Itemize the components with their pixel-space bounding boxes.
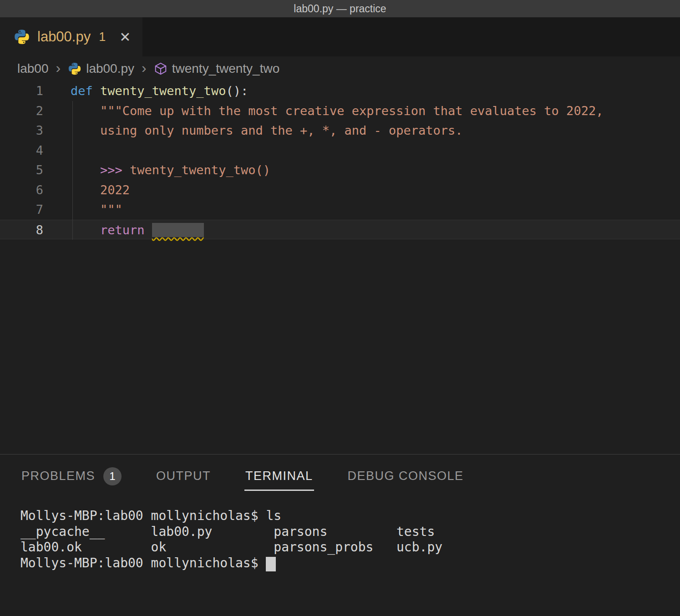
breadcrumb-label: twenty_twenty_two: [172, 61, 280, 76]
code-text: return: [43, 220, 204, 239]
symbol-cube-icon: [154, 62, 167, 76]
line-number: 6: [0, 180, 43, 200]
terminal-line: Mollys-MBP:lab00 mollynicholas$ ls: [20, 508, 680, 524]
code-text: [43, 141, 71, 161]
tab-problems-label: PROBLEMS: [21, 469, 95, 483]
tab-debug-console-label: DEBUG CONSOLE: [348, 469, 464, 483]
tab-problems[interactable]: PROBLEMS 1: [20, 456, 122, 493]
problems-count-badge: 1: [103, 467, 122, 485]
code-line[interactable]: 2 """Come up with the most creative expr…: [0, 101, 680, 121]
code-text: 2022: [43, 180, 130, 200]
line-number: 8: [0, 220, 43, 239]
python-icon: [14, 29, 30, 45]
chevron-right-icon: ›: [55, 61, 62, 75]
code-text: using only numbers and the +, *, and - o…: [43, 121, 463, 141]
close-icon[interactable]: ✕: [119, 29, 131, 45]
tab-terminal-label: TERMINAL: [245, 469, 313, 483]
tab-terminal[interactable]: TERMINAL: [244, 458, 314, 491]
code-line[interactable]: 1def twenty_twenty_two():: [0, 81, 680, 101]
line-number: 7: [0, 200, 43, 220]
line-number: 3: [0, 121, 43, 141]
tab-output[interactable]: OUTPUT: [155, 458, 212, 491]
bottom-panel: PROBLEMS 1 OUTPUT TERMINAL DEBUG CONSOLE…: [0, 454, 680, 616]
editor[interactable]: 1def twenty_twenty_two():2 """Come up wi…: [0, 81, 680, 454]
tab-strip: lab00.py 1 ✕: [0, 17, 680, 56]
code-line[interactable]: 8 return: [0, 220, 680, 240]
breadcrumb-item-file[interactable]: lab00.py: [68, 61, 134, 76]
editor-tab-lab00[interactable]: lab00.py 1 ✕: [0, 17, 142, 56]
window-title: lab00.py — practice: [294, 3, 386, 15]
code-line[interactable]: 3 using only numbers and the +, *, and -…: [0, 121, 680, 141]
line-number: 1: [0, 81, 43, 101]
editor-lines: 1def twenty_twenty_two():2 """Come up wi…: [0, 81, 680, 239]
code-line[interactable]: 6 2022: [0, 180, 680, 200]
code-text: >>> twenty_twenty_two(): [43, 160, 270, 180]
terminal-cursor: [266, 557, 276, 571]
breadcrumb-item-symbol[interactable]: twenty_twenty_two: [154, 61, 280, 76]
tab-problems-count: 1: [99, 30, 106, 44]
panel-tabs: PROBLEMS 1 OUTPUT TERMINAL DEBUG CONSOLE: [0, 454, 680, 495]
tab-debug-console[interactable]: DEBUG CONSOLE: [347, 458, 465, 491]
terminal-line: __pycache__ lab00.py parsons tests: [20, 524, 680, 540]
title-bar: lab00.py — practice: [0, 0, 680, 17]
tab-output-label: OUTPUT: [156, 469, 211, 483]
terminal-output[interactable]: Mollys-MBP:lab00 mollynicholas$ ls__pyca…: [0, 495, 680, 571]
tab-filename: lab00.py: [37, 29, 91, 45]
code-line[interactable]: 5 >>> twenty_twenty_two(): [0, 160, 680, 180]
code-text: """Come up with the most creative expres…: [43, 101, 603, 121]
breadcrumb-label: lab00.py: [86, 61, 134, 76]
line-number: 2: [0, 101, 43, 121]
breadcrumb: lab00 › lab00.py › twenty_twenty_two: [0, 56, 680, 81]
breadcrumb-label: lab00: [17, 61, 49, 76]
terminal-line: lab00.ok ok parsons_probs ucb.py: [20, 540, 680, 555]
code-text: def twenty_twenty_two():: [43, 81, 248, 101]
chevron-right-icon: ›: [141, 61, 147, 75]
code-line[interactable]: 7 """: [0, 200, 680, 220]
code-line[interactable]: 4: [0, 141, 680, 161]
breadcrumb-item-folder[interactable]: lab00: [17, 61, 49, 76]
indent-guide: [72, 101, 73, 240]
code-text: """: [43, 200, 122, 220]
terminal-line: Mollys-MBP:lab00 mollynicholas$: [20, 555, 680, 571]
line-number: 5: [0, 160, 43, 180]
python-icon: [68, 62, 81, 76]
line-number: 4: [0, 141, 43, 161]
